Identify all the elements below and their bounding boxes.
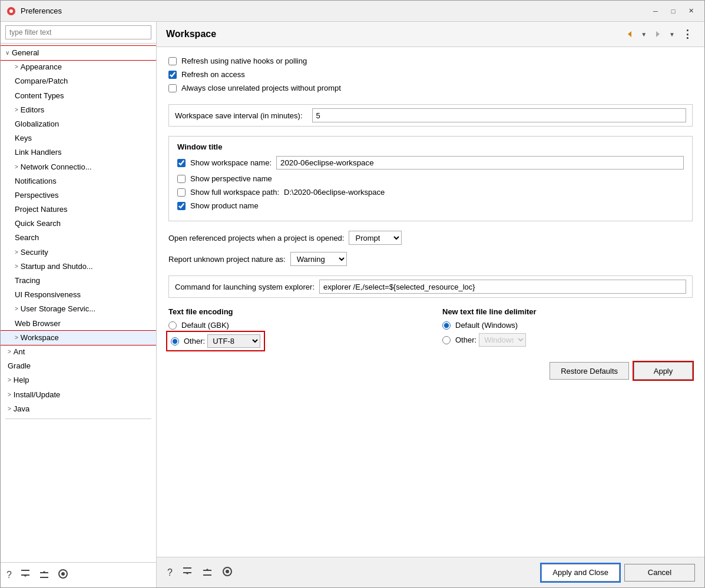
delimiter-other-radio[interactable] — [442, 336, 451, 344]
encoding-delimiter-section: Text file encoding Default (GBK) Other: … — [168, 307, 693, 353]
expand-arrow-appearance: > — [15, 63, 18, 71]
app-icon — [6, 6, 16, 16]
svg-rect-14 — [183, 567, 191, 569]
command-explorer-input[interactable] — [319, 280, 686, 294]
page-title: Workspace — [166, 29, 216, 39]
sidebar-item-java[interactable]: > Java — [1, 402, 156, 416]
title-bar-controls: ─ □ ✕ — [648, 5, 699, 17]
sidebar-item-compare-patch[interactable]: Compare/Patch — [1, 74, 156, 88]
sidebar-item-keys[interactable]: Keys — [1, 131, 156, 145]
sidebar-item-link-handlers[interactable]: Link Handlers — [1, 145, 156, 160]
import-pref-button[interactable] — [201, 565, 214, 580]
close-button[interactable]: ✕ — [683, 5, 699, 17]
import-footer-button[interactable] — [19, 567, 32, 583]
sidebar-item-tracing[interactable]: Tracing — [1, 274, 156, 288]
export-pref-button[interactable] — [181, 565, 194, 580]
sidebar-item-search[interactable]: Search — [1, 231, 156, 245]
sidebar-item-security[interactable]: > Security — [1, 245, 156, 260]
show-product-name-checkbox[interactable] — [177, 202, 186, 210]
native-hooks-label: Refresh using native hooks or polling — [181, 57, 307, 65]
svg-point-9 — [61, 572, 65, 576]
sidebar-item-workspace[interactable]: > Workspace — [1, 331, 156, 345]
encoding-other-select[interactable]: UTF-8 UTF-16 ISO-8859-1 US-ASCII — [207, 334, 260, 348]
main-content: ∨ General > Appearance Compare/Patch Con… — [1, 22, 704, 587]
sidebar-item-notifications[interactable]: Notifications — [1, 174, 156, 188]
forward-button[interactable] — [651, 29, 664, 39]
sidebar-item-globalization[interactable]: Globalization — [1, 117, 156, 131]
sidebar-item-ui-responsiveness[interactable]: UI Responsiveness — [1, 288, 156, 302]
refresh-access-checkbox[interactable] — [168, 71, 177, 79]
sidebar-item-startup-shutdown[interactable]: > Startup and Shutdo... — [1, 260, 156, 274]
minimize-button[interactable]: ─ — [648, 5, 663, 17]
show-full-path-label: Show full workspace path: — [190, 188, 279, 197]
help-icon-button[interactable]: ? — [166, 566, 174, 579]
content-body: Refresh using native hooks or polling Re… — [157, 47, 704, 557]
svg-rect-7 — [40, 577, 48, 578]
apply-and-close-button[interactable]: Apply and Close — [541, 564, 620, 582]
close-unrelated-checkbox[interactable] — [168, 84, 177, 92]
open-referenced-select[interactable]: Prompt Always Never — [349, 231, 402, 245]
sidebar-item-help[interactable]: > Help — [1, 373, 156, 387]
save-interval-label: Workspace save interval (in minutes): — [175, 111, 303, 120]
native-hooks-checkbox[interactable] — [168, 57, 177, 65]
sidebar-item-user-storage[interactable]: > User Storage Servic... — [1, 302, 156, 316]
window-title-group: Window title Show workspace name: Show p… — [168, 136, 693, 221]
sidebar-divider — [5, 418, 151, 419]
encoding-other-label: Other: — [184, 337, 205, 346]
sidebar-item-appearance[interactable]: > Appearance — [1, 60, 156, 74]
sidebar-item-ant[interactable]: > Ant — [1, 345, 156, 359]
encoding-other-row: Other: UTF-8 UTF-16 ISO-8859-1 US-ASCII — [168, 333, 263, 349]
top-checkboxes-section: Refresh using native hooks or polling Re… — [168, 57, 693, 92]
sidebar-item-install-update[interactable]: > Install/Update — [1, 388, 156, 402]
sidebar-item-project-natures[interactable]: Project Natures — [1, 202, 156, 217]
encoding-default-radio[interactable] — [168, 321, 177, 330]
show-perspective-checkbox[interactable] — [177, 175, 186, 183]
sidebar-item-perspectives[interactable]: Perspectives — [1, 188, 156, 202]
expand-arrow-network: > — [15, 163, 18, 171]
show-perspective-label: Show perspective name — [190, 174, 272, 183]
forward-dropdown-button[interactable]: ▼ — [667, 30, 677, 39]
encoding-other-radio[interactable] — [171, 337, 179, 346]
show-workspace-name-checkbox[interactable] — [177, 159, 186, 167]
show-workspace-name-label: Show workspace name: — [190, 158, 272, 167]
cancel-button[interactable]: Cancel — [624, 564, 695, 582]
close-unrelated-row: Always close unrelated projects without … — [168, 84, 693, 92]
back-button[interactable] — [623, 29, 636, 39]
report-unknown-select[interactable]: Warning Error Ignore — [290, 252, 347, 266]
show-full-path-checkbox[interactable] — [177, 188, 186, 197]
delimiter-default-radio[interactable] — [442, 321, 451, 330]
title-bar: Preferences ─ □ ✕ — [1, 1, 704, 22]
delimiter-other-select[interactable]: Windows Unix Mac — [479, 333, 526, 347]
maximize-button[interactable]: □ — [666, 5, 681, 17]
full-path-value: D:\2020-06eclipse-workspace — [284, 188, 385, 197]
restore-defaults-button[interactable]: Restore Defaults — [550, 362, 629, 380]
more-options-button[interactable]: ⋮ — [680, 26, 695, 42]
export-footer-button[interactable] — [38, 567, 51, 583]
expand-arrow-java: > — [8, 405, 11, 413]
open-referenced-field: Open referenced projects when a project … — [168, 231, 693, 245]
back-dropdown-button[interactable]: ▼ — [638, 30, 649, 39]
content-area: Workspace ▼ ▼ ⋮ — [157, 22, 704, 587]
save-interval-input[interactable] — [312, 108, 686, 122]
sidebar-item-editors[interactable]: > Editors — [1, 103, 156, 117]
search-input[interactable] — [5, 25, 151, 39]
command-explorer-label: Command for launching system explorer: — [175, 283, 315, 291]
sidebar-item-network-connections[interactable]: > Network Connectio... — [1, 160, 156, 174]
delimiter-default-label: Default (Windows) — [455, 321, 518, 330]
circle-footer-button[interactable] — [57, 567, 69, 583]
content-header: Workspace ▼ ▼ ⋮ — [157, 22, 704, 47]
apply-button[interactable]: Apply — [634, 362, 693, 380]
sidebar-item-web-browser[interactable]: Web Browser — [1, 317, 156, 331]
show-product-name-label: Show product name — [190, 201, 259, 210]
workspace-name-input[interactable] — [276, 156, 684, 170]
sidebar-item-quick-search[interactable]: Quick Search — [1, 217, 156, 231]
circle-pref-button[interactable] — [221, 565, 234, 580]
delimiter-other-label: Other: — [455, 335, 476, 344]
help-footer-button[interactable]: ? — [5, 569, 13, 582]
sidebar-item-general[interactable]: ∨ General — [1, 46, 156, 60]
svg-point-19 — [226, 570, 229, 573]
search-box — [1, 22, 156, 44]
preferences-window: Preferences ─ □ ✕ ∨ General > Appearance — [0, 0, 705, 588]
sidebar-item-content-types[interactable]: Content Types — [1, 89, 156, 103]
sidebar-item-gradle[interactable]: Gradle — [1, 359, 156, 373]
